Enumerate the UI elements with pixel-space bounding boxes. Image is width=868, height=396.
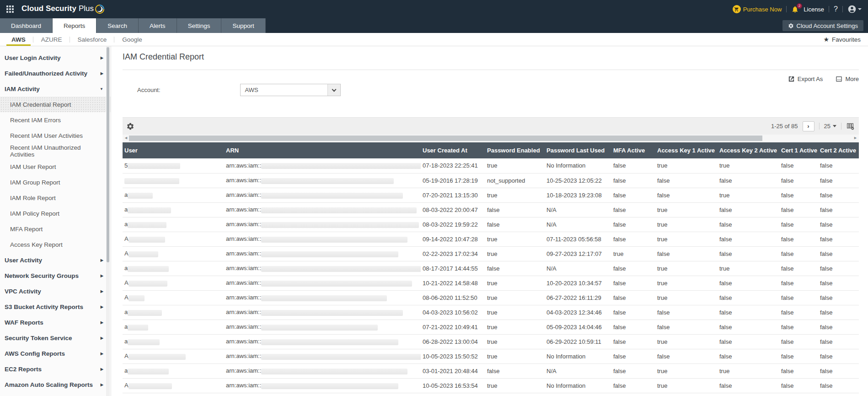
sidebar-item-security-token-service[interactable]: Security Token Service▶ (0, 330, 111, 346)
redacted-bar (128, 207, 171, 213)
tab-settings[interactable]: Settings (177, 18, 222, 33)
table-row: Aarn:aws:iam::10-05-2023 15:50:52trueNo … (123, 349, 859, 363)
help-icon[interactable]: ? (834, 5, 838, 13)
sidebar-scrollbar-thumb[interactable] (107, 47, 109, 262)
account-select[interactable]: AWS (240, 84, 341, 96)
cell-password-last-used: N/A (545, 363, 611, 378)
column-chooser-icon[interactable] (846, 122, 854, 130)
cell-user-created-at: 02-22-2023 17:02:34 (421, 246, 485, 261)
sidebar-item-iam-activity[interactable]: IAM Activity▼ (0, 81, 111, 97)
apps-grid-icon[interactable] (6, 5, 14, 13)
sidebar-item-failed-unauthorized-activity[interactable]: Failed/Unauthorized Activity▶ (0, 65, 111, 81)
column-header-user[interactable]: User (123, 142, 224, 158)
cell-user-created-at: 07-21-2022 10:49:41 (421, 320, 485, 334)
redacted-bar (129, 237, 165, 243)
sidebar-item-recent-iam-user-activities[interactable]: Recent IAM User Activities (0, 128, 111, 143)
subtab-salesforce[interactable]: Salesforce (70, 33, 115, 46)
favourites-button[interactable]: ★ Favourites (823, 33, 868, 46)
sidebar-item-iam-user-report[interactable]: IAM User Report (0, 159, 111, 174)
redacted-bar (261, 325, 378, 331)
tab-alerts[interactable]: Alerts (139, 18, 177, 33)
cell-mfa-active: false (611, 261, 655, 276)
column-header-cert-1-active[interactable]: Cert 1 Active (779, 142, 818, 158)
cell-password-enabled: true (485, 334, 545, 349)
select-chevron (327, 84, 340, 96)
cell-user: A (123, 276, 224, 290)
license-link[interactable]: License (804, 6, 824, 13)
column-header-access-key-2-active[interactable]: Access Key 2 Active (718, 142, 779, 158)
settings-gear-icon[interactable] (126, 122, 134, 130)
horizontal-scrollbar-thumb[interactable] (129, 136, 762, 141)
more-button[interactable]: More (836, 76, 859, 82)
cell-user: A (123, 378, 224, 393)
table-row: aarn:aws:iam::07-20-2021 13:15:30true10-… (123, 188, 859, 202)
horizontal-scrollbar[interactable]: ◄ ► (123, 135, 859, 142)
column-header-user-created-at[interactable]: User Created At (421, 142, 485, 158)
app-name-bold: Cloud Security (21, 4, 76, 13)
sidebar-item-ec2-reports[interactable]: EC2 Reports▶ (0, 361, 111, 377)
next-page-button[interactable]: › (803, 121, 814, 131)
sidebar-item-iam-policy-report[interactable]: IAM Policy Report (0, 206, 111, 221)
sidebar-item-waf-reports[interactable]: WAF Reports▶ (0, 315, 111, 330)
column-header-access-key-1-active[interactable]: Access Key 1 Active (655, 142, 718, 158)
sidebar-item-s3-bucket-activity-reports[interactable]: S3 Bucket Activity Reports▶ (0, 299, 111, 315)
sidebar-item-user-login-activity[interactable]: User Login Activity▶ (0, 50, 111, 65)
tab-search[interactable]: Search (96, 18, 139, 33)
column-header-password-last-used[interactable]: Password Last Used (545, 142, 611, 158)
chevron-down-icon: ▼ (100, 87, 103, 91)
sidebar-item-vpc-activity[interactable]: VPC Activity▶ (0, 283, 111, 299)
sidebar-item-recent-iam-errors[interactable]: Recent IAM Errors (0, 112, 111, 128)
chevron-right-icon: ▶ (101, 56, 103, 60)
subtab-aws[interactable]: AWS (4, 33, 33, 46)
cloud-account-settings-button[interactable]: Cloud Account Settings (782, 20, 863, 31)
user-menu[interactable] (847, 5, 862, 14)
sidebar-item-network-security-groups[interactable]: Network Security Groups▶ (0, 268, 111, 283)
column-header-mfa-active[interactable]: MFA Active (611, 142, 655, 158)
arn-prefix: arn:aws:iam:: (226, 367, 261, 374)
subtab-google[interactable]: Google (114, 33, 150, 46)
sidebar-item-label: IAM Role Report (10, 195, 56, 201)
tab-support[interactable]: Support (221, 18, 265, 33)
tab-reports[interactable]: Reports (53, 18, 96, 33)
column-header-cert-2-active[interactable]: Cert 2 Active (818, 142, 859, 158)
redacted-bar (128, 222, 166, 228)
cell-cert-2-active: false (818, 173, 859, 188)
page-size-select[interactable]: 25 (824, 123, 836, 130)
tab-dashboard[interactable]: Dashboard (0, 18, 53, 33)
export-as-label: Export As (798, 76, 823, 82)
arn-prefix: arn:aws:iam:: (226, 323, 261, 330)
purchase-now-button[interactable]: Purchase Now (733, 5, 782, 13)
sidebar-item-aws-config-reports[interactable]: AWS Config Reports▶ (0, 346, 111, 361)
chevron-right-icon: ▶ (101, 336, 103, 340)
main-panel: IAM Credential Report Export As More Acc… (111, 46, 868, 396)
cell-mfa-active: false (611, 305, 655, 320)
cell-cert-2-active: false (818, 363, 859, 378)
sidebar-item-recent-iam-unauthorized-activities[interactable]: Recent IAM Unauthorized Activities (0, 143, 111, 159)
cell-user: a (123, 261, 224, 276)
sidebar-item-iam-role-report[interactable]: IAM Role Report (0, 190, 111, 206)
chevron-right-icon: ▶ (101, 320, 103, 325)
cell-arn: arn:aws:iam:: (224, 290, 421, 305)
scroll-right-arrow-icon[interactable]: ► (853, 136, 857, 140)
cell-user: a (123, 305, 224, 320)
sidebar-item-user-activity[interactable]: User Activity▶ (0, 252, 111, 268)
sidebar-item-iam-group-report[interactable]: IAM Group Report (0, 174, 111, 190)
cell-arn: arn:aws:iam:: (224, 305, 421, 320)
sidebar-item-access-key-report[interactable]: Access Key Report (0, 237, 111, 252)
arn-prefix: arn:aws:iam:: (226, 338, 261, 345)
scroll-left-arrow-icon[interactable]: ◄ (124, 136, 128, 140)
column-header-password-enabled[interactable]: Password Enabled (485, 142, 545, 158)
subtab-azure[interactable]: AZURE (33, 33, 70, 46)
sidebar-scrollbar[interactable] (106, 46, 110, 396)
cell-mfa-active: true (611, 246, 655, 261)
sidebar-item-iam-credential-report[interactable]: IAM Credential Report (0, 97, 111, 112)
sidebar-item-mfa-report[interactable]: MFA Report (0, 221, 111, 237)
notifications-bell-icon[interactable]: 2 (791, 5, 799, 13)
export-as-button[interactable]: Export As (788, 76, 823, 82)
pagination-range: 1-25 of 85 (771, 123, 798, 130)
column-header-arn[interactable]: ARN (224, 142, 421, 158)
sidebar-item-amazon-auto-scaling-reports[interactable]: Amazon Auto Scaling Reports▶ (0, 377, 111, 392)
cell-access-key-1-active: false (655, 188, 718, 202)
cell-password-last-used: No Information (545, 158, 611, 173)
redacted-bar (261, 369, 407, 374)
